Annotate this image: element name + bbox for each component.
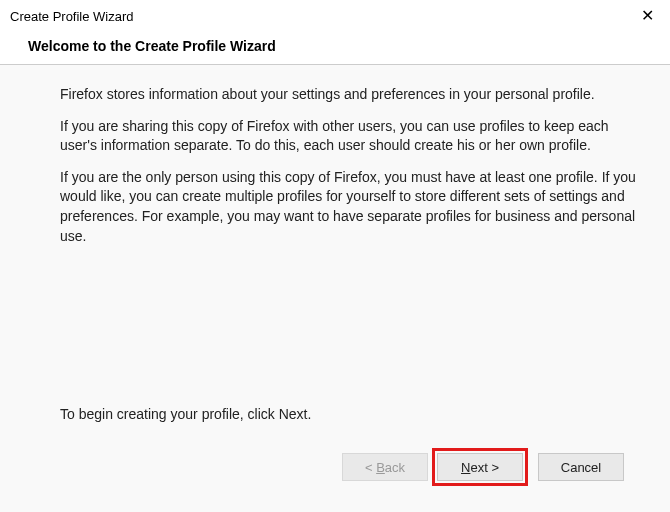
begin-instruction: To begin creating your profile, click Ne…	[60, 406, 642, 422]
content-spacer	[60, 258, 642, 406]
close-icon[interactable]: ✕	[635, 6, 660, 26]
cancel-button[interactable]: Cancel	[538, 453, 624, 481]
next-button[interactable]: Next >	[437, 453, 523, 481]
wizard-content: Firefox stores information about your se…	[0, 65, 670, 512]
next-button-highlight: Next >	[432, 448, 528, 486]
intro-paragraph-2: If you are sharing this copy of Firefox …	[60, 117, 642, 156]
titlebar: Create Profile Wizard ✕	[0, 0, 670, 30]
back-button: < Back	[342, 453, 428, 481]
wizard-footer: < Back Next > Cancel	[60, 438, 642, 500]
intro-paragraph-1: Firefox stores information about your se…	[60, 85, 642, 105]
wizard-heading: Welcome to the Create Profile Wizard	[0, 30, 670, 65]
nav-button-group: < Back Next >	[342, 448, 528, 486]
intro-paragraph-3: If you are the only person using this co…	[60, 168, 642, 246]
window-title: Create Profile Wizard	[10, 9, 134, 24]
wizard-window: Create Profile Wizard ✕ Welcome to the C…	[0, 0, 670, 512]
